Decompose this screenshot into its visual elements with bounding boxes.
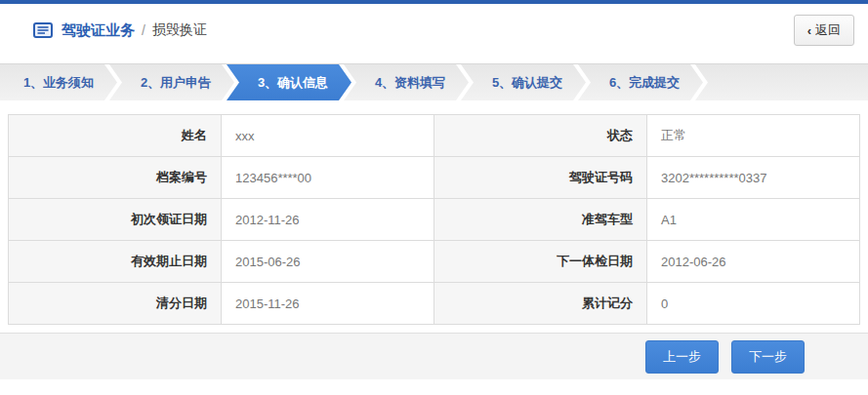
field-label-name: 姓名 xyxy=(9,115,222,157)
wizard-footer: 上一步 下一步 xyxy=(0,333,868,379)
step-bar-filler xyxy=(695,64,868,100)
step-label: 3、确认信息 xyxy=(258,74,328,92)
step-6-complete-submit[interactable]: 6、完成提交 xyxy=(578,64,703,100)
step-navigation: 1、业务须知 2、用户申告 3、确认信息 4、资料填写 5、确认提交 6、完成提… xyxy=(0,63,868,100)
field-value-status: 正常 xyxy=(647,115,860,157)
field-value-archive-number: 123456****00 xyxy=(222,157,434,199)
field-value-next-physical-date: 2012-06-26 xyxy=(647,241,860,283)
license-info-section: 姓名 xxx 状态 正常 档案编号 123456****00 驾驶证号码 320… xyxy=(0,100,868,325)
field-value-expiry-date: 2015-06-26 xyxy=(222,241,434,283)
step-4-fill-materials[interactable]: 4、资料填写 xyxy=(344,64,469,100)
table-row: 初次领证日期 2012-11-26 准驾车型 A1 xyxy=(9,199,860,241)
back-chevron-icon: ‹ xyxy=(807,24,811,37)
table-row: 姓名 xxx 状态 正常 xyxy=(9,115,860,157)
header: 驾驶证业务 / 损毁换证 ‹ 返回 xyxy=(0,4,868,57)
breadcrumb: 驾驶证业务 / 损毁换证 xyxy=(33,21,207,40)
step-label: 4、资料填写 xyxy=(375,74,445,92)
field-label-points-clear-date: 清分日期 xyxy=(9,283,222,325)
step-3-confirm-info[interactable]: 3、确认信息 xyxy=(227,64,351,100)
page: 驾驶证业务 / 损毁换证 ‹ 返回 1、业务须知 2、用户申告 3、确认信息 4… xyxy=(0,0,868,395)
license-card-icon xyxy=(33,22,53,38)
previous-step-button[interactable]: 上一步 xyxy=(645,340,719,374)
field-value-vehicle-type: A1 xyxy=(647,199,860,241)
step-label: 6、完成提交 xyxy=(609,74,680,92)
field-value-points-clear-date: 2015-11-26 xyxy=(222,283,434,325)
step-label: 2、用户申告 xyxy=(141,74,211,92)
license-info-table: 姓名 xxx 状态 正常 档案编号 123456****00 驾驶证号码 320… xyxy=(8,114,860,325)
back-button[interactable]: ‹ 返回 xyxy=(794,15,854,46)
field-value-name: xxx xyxy=(222,115,434,157)
field-label-expiry-date: 有效期止日期 xyxy=(9,241,222,283)
header-divider-gap xyxy=(0,57,868,63)
next-step-button[interactable]: 下一步 xyxy=(731,340,805,374)
breadcrumb-current: 损毁换证 xyxy=(152,21,207,39)
field-label-first-issue-date: 初次领证日期 xyxy=(9,199,222,241)
field-label-next-physical-date: 下一体检日期 xyxy=(434,241,647,283)
field-label-status: 状态 xyxy=(434,115,647,157)
step-label: 5、确认提交 xyxy=(492,74,562,92)
breadcrumb-separator: / xyxy=(142,22,145,38)
field-label-license-number: 驾驶证号码 xyxy=(434,157,647,199)
field-value-accumulated-points: 0 xyxy=(647,283,860,325)
page-title: 驾驶证业务 xyxy=(62,21,135,40)
step-1-business-notice[interactable]: 1、业务须知 xyxy=(0,64,117,100)
field-label-accumulated-points: 累计记分 xyxy=(434,283,647,325)
step-label: 1、业务须知 xyxy=(23,74,94,92)
step-2-user-declaration[interactable]: 2、用户申告 xyxy=(109,64,234,100)
field-label-vehicle-type: 准驾车型 xyxy=(434,199,647,241)
table-row: 档案编号 123456****00 驾驶证号码 3202**********03… xyxy=(9,157,860,199)
back-button-label: 返回 xyxy=(815,21,841,39)
field-label-archive-number: 档案编号 xyxy=(9,157,222,199)
step-5-confirm-submit[interactable]: 5、确认提交 xyxy=(461,64,586,100)
table-row: 有效期止日期 2015-06-26 下一体检日期 2012-06-26 xyxy=(9,241,860,283)
table-row: 清分日期 2015-11-26 累计记分 0 xyxy=(9,283,860,325)
field-value-first-issue-date: 2012-11-26 xyxy=(222,199,434,241)
field-value-license-number: 3202**********0337 xyxy=(647,157,860,199)
